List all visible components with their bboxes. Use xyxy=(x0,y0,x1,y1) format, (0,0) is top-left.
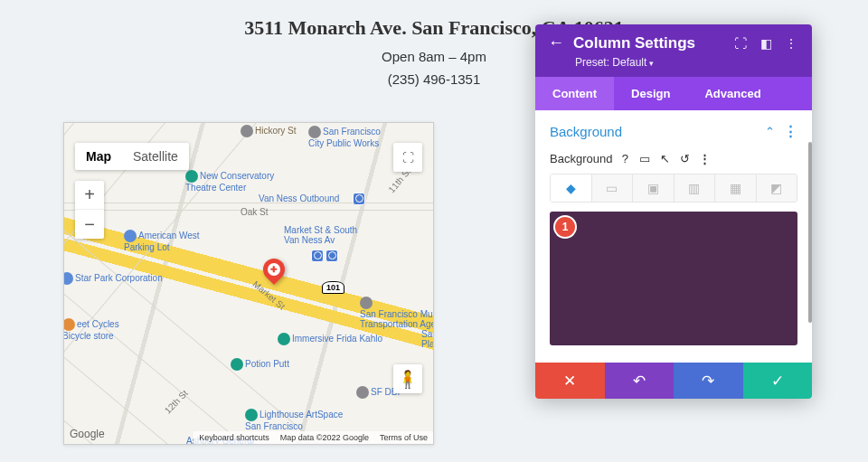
undo-button[interactable]: ↶ xyxy=(605,363,675,399)
background-property-row: Background ? ▭ ↖ ↺ ⋮ xyxy=(550,150,797,166)
background-label: Background xyxy=(550,152,612,165)
cursor-icon[interactable]: ↖ xyxy=(655,150,675,166)
poi-icon xyxy=(241,125,253,137)
transit-stop-3[interactable] xyxy=(326,250,338,262)
map-marker[interactable]: ✚ xyxy=(263,259,285,280)
transit-stop-1[interactable] xyxy=(353,193,365,205)
hwy-101: 101 xyxy=(322,281,344,294)
poi-sfpd[interactable]: San Francisco Planning Dept xyxy=(421,329,434,349)
expand-icon[interactable]: ⛶ xyxy=(732,36,749,51)
map-keyboard-shortcuts[interactable]: Keyboard shortcuts xyxy=(193,431,275,444)
section-more-icon[interactable]: ⋮ xyxy=(784,123,797,139)
prop-more-icon[interactable]: ⋮ xyxy=(694,150,714,166)
redo-button[interactable]: ↷ xyxy=(674,363,743,399)
gov-icon xyxy=(360,297,373,309)
background-color-swatch[interactable] xyxy=(550,212,797,345)
map-attribution: Map data ©2022 Google xyxy=(275,431,374,444)
color-palette xyxy=(535,354,812,363)
back-button[interactable]: ← xyxy=(548,33,564,52)
help-icon[interactable]: ? xyxy=(615,150,635,166)
panel-header[interactable]: ← Column Settings ⛶ ◧ ⋮ Preset: Default xyxy=(535,24,812,77)
map-fullscreen-button[interactable]: ⛶ xyxy=(393,143,422,172)
panel-title: Column Settings xyxy=(573,34,723,52)
panel-tabs: Content Design Advanced xyxy=(535,77,812,110)
transit-stop-2[interactable] xyxy=(311,250,324,262)
gov-icon xyxy=(356,386,369,399)
tab-content[interactable]: Content xyxy=(535,77,614,110)
hover-icon[interactable]: ▭ xyxy=(635,150,655,166)
bg-type-pattern[interactable]: ▦ xyxy=(715,174,757,202)
road-oak: Oak St xyxy=(241,207,269,217)
tab-advanced[interactable]: Advanced xyxy=(687,77,778,110)
map-footer: Keyboard shortcuts Map data ©2022 Google… xyxy=(193,431,433,444)
map-zoom-in[interactable]: + xyxy=(75,181,104,210)
poi-ifk[interactable]: Immersive Frida Kahlo xyxy=(278,333,382,345)
poi-hickory: Hickory St xyxy=(241,125,297,137)
poi-nctc[interactable]: New Conservatory Theatre Center xyxy=(185,170,274,193)
section-header[interactable]: Background ⌃ ⋮ xyxy=(550,119,797,148)
swap-icon[interactable]: ◧ xyxy=(758,36,774,51)
map-terms[interactable]: Terms of Use xyxy=(374,431,433,444)
bg-type-mask[interactable]: ◩ xyxy=(757,174,797,202)
panel-body: Background ⌃ ⋮ Background ? ▭ ↖ ↺ ⋮ ◆ ▭ … xyxy=(535,110,812,363)
gov-icon xyxy=(308,126,321,138)
map-zoom-out[interactable]: − xyxy=(75,210,104,239)
poi-laf[interactable]: Lighthouse ArtSpace San Francisco xyxy=(245,409,343,431)
background-type-tabs: ◆ ▭ ▣ ▥ ▦ ◩ xyxy=(550,174,797,203)
map-type-control: Map Satellite xyxy=(75,143,189,170)
map-type-map[interactable]: Map xyxy=(75,143,122,170)
theatre-icon xyxy=(185,170,198,183)
discard-button[interactable]: ✕ xyxy=(535,363,605,399)
museum-icon xyxy=(278,333,290,345)
shop-icon xyxy=(63,318,75,331)
tab-design[interactable]: Design xyxy=(614,77,687,110)
bg-type-color[interactable]: ◆ xyxy=(551,174,592,202)
poi-pp[interactable]: Potion Putt xyxy=(231,358,289,371)
parking-icon xyxy=(124,230,137,242)
bg-type-image[interactable]: ▣ xyxy=(633,174,675,202)
save-button[interactable]: ✓ xyxy=(743,363,813,399)
bg-type-gradient[interactable]: ▭ xyxy=(592,174,634,202)
reset-icon[interactable]: ↺ xyxy=(675,150,694,166)
column-settings-panel: ← Column Settings ⛶ ◧ ⋮ Preset: Default … xyxy=(535,24,812,399)
step-badge: 1 xyxy=(555,217,575,237)
map-google-logo: Google xyxy=(70,428,105,440)
poi-mssv[interactable]: Market St & South Van Ness Av xyxy=(284,225,357,245)
collapse-icon[interactable]: ⌃ xyxy=(765,125,775,138)
parking-icon xyxy=(63,272,73,285)
poi-awpl[interactable]: American West Parking Lot xyxy=(124,230,200,252)
fullscreen-icon: ⛶ xyxy=(402,151,414,165)
museum-icon xyxy=(245,409,258,421)
map-type-satellite[interactable]: Satellite xyxy=(122,143,189,170)
poi-vno[interactable]: Van Ness Outbound xyxy=(259,193,339,203)
poi-sfmta[interactable]: San Francisco Municipal Transportation A… xyxy=(360,297,434,329)
map-pegman[interactable]: 🧍 xyxy=(393,364,422,393)
panel-scrollbar[interactable] xyxy=(808,142,812,323)
section-title: Background xyxy=(550,124,622,139)
attraction-icon xyxy=(231,358,243,371)
map[interactable]: Map Satellite ⛶ + − 🧍 Hickory St San Fra… xyxy=(63,122,434,445)
bg-type-video[interactable]: ▥ xyxy=(675,174,716,202)
poi-spc[interactable]: Star Park Corporation xyxy=(63,272,163,285)
preset-dropdown[interactable]: Preset: Default xyxy=(535,56,812,77)
panel-footer: ✕ ↶ ↷ ✓ xyxy=(535,363,812,399)
poi-sfcp[interactable]: San Francisco City Public Works xyxy=(308,126,381,148)
map-zoom-control: + − xyxy=(75,181,104,239)
more-icon[interactable]: ⋮ xyxy=(783,36,799,51)
pegman-icon: 🧍 xyxy=(397,369,419,390)
poi-sc[interactable]: eet Cycles Bicycle store xyxy=(63,318,119,341)
